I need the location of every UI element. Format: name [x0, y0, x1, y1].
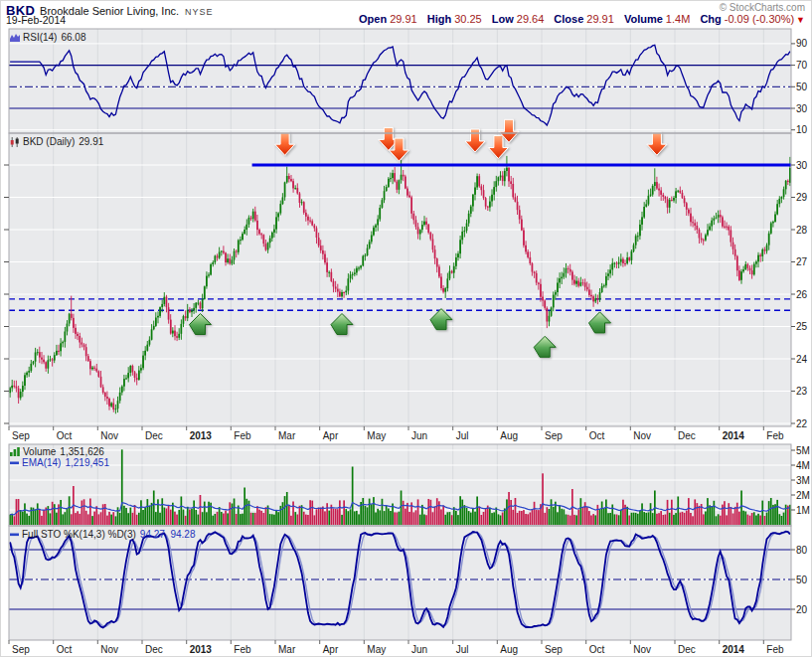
low-value: 29.64	[517, 13, 545, 25]
svg-text:23: 23	[796, 386, 808, 397]
svg-text:May: May	[367, 644, 386, 655]
ema-value: 1,219,451	[65, 457, 109, 468]
volume-label: Volume	[624, 13, 663, 25]
svg-text:30: 30	[796, 160, 808, 171]
svg-text:Sep: Sep	[12, 644, 30, 655]
svg-text:2013: 2013	[190, 644, 213, 655]
svg-text:22: 22	[796, 418, 808, 429]
svg-text:May: May	[367, 430, 386, 441]
svg-text:Jul: Jul	[456, 644, 469, 655]
volume-value: 1.4M	[666, 13, 690, 25]
svg-text:Nov: Nov	[100, 430, 118, 441]
svg-text:28: 28	[796, 225, 808, 236]
svg-text:50: 50	[796, 82, 808, 92]
svg-text:Jun: Jun	[411, 430, 427, 441]
svg-text:27: 27	[796, 256, 808, 267]
svg-text:Nov: Nov	[100, 644, 118, 655]
chart-canvas: 30292827262524232290705030105M4M3M2M1M80…	[1, 1, 812, 657]
chg-down-triangle-icon: ▼	[796, 15, 805, 25]
copyright-notice: © StockCharts.com	[720, 2, 805, 13]
sto-label: Full STO %K(14,3) %D(3)	[22, 529, 136, 540]
svg-text:2014: 2014	[723, 430, 745, 441]
svg-text:5M: 5M	[796, 445, 810, 456]
svg-text:Aug: Aug	[500, 644, 518, 655]
volume-pane-value: 1,351,626	[60, 446, 104, 457]
svg-text:26: 26	[796, 289, 808, 300]
svg-text:Sep: Sep	[545, 644, 563, 655]
svg-text:Mar: Mar	[278, 644, 296, 655]
svg-text:25: 25	[796, 321, 808, 332]
price-pane-title: BKD (Daily)	[23, 136, 75, 147]
svg-text:1M: 1M	[796, 505, 810, 516]
svg-text:24: 24	[796, 354, 808, 365]
rsi-label: RSI(14)	[23, 32, 57, 43]
quote-summary: Open29.91 High30.25 Low29.64 Close29.91 …	[352, 13, 805, 25]
svg-text:Sep: Sep	[12, 430, 30, 441]
svg-text:Jul: Jul	[456, 430, 469, 441]
chg-value: -0.09 (-0.30%)	[725, 13, 794, 25]
svg-text:4M: 4M	[796, 460, 810, 471]
svg-text:Oct: Oct	[589, 430, 605, 441]
svg-text:Feb: Feb	[234, 644, 251, 655]
svg-text:30: 30	[796, 103, 808, 114]
svg-text:10: 10	[796, 124, 808, 135]
ema-pane-label: EMA(14) 1,219,451	[10, 457, 109, 468]
close-value: 29.91	[586, 13, 614, 25]
svg-text:Apr: Apr	[323, 430, 339, 441]
open-value: 29.91	[390, 13, 417, 25]
volume-pane-title: Volume	[23, 446, 56, 457]
ema-line-icon	[10, 461, 19, 465]
stockcharts-chart: 30292827262524232290705030105M4M3M2M1M80…	[0, 0, 812, 657]
high-label: High	[427, 13, 451, 25]
svg-text:Oct: Oct	[57, 644, 73, 655]
volume-bars-icon	[10, 447, 20, 456]
svg-text:50: 50	[796, 575, 808, 585]
svg-text:Feb: Feb	[766, 644, 784, 655]
svg-text:2013: 2013	[190, 430, 213, 441]
chart-date: 19-Feb-2014	[6, 14, 66, 26]
svg-text:Apr: Apr	[323, 644, 339, 655]
low-label: Low	[492, 13, 514, 25]
price-pane-value: 29.91	[79, 136, 103, 147]
ema-label: EMA(14)	[22, 457, 61, 468]
candlestick-icon	[10, 137, 20, 147]
price-pane-label: BKD (Daily) 29.91	[10, 136, 103, 147]
svg-text:Mar: Mar	[278, 430, 296, 441]
sto-value: 94.27, 94.28	[140, 529, 196, 540]
close-label: Close	[554, 13, 583, 25]
svg-text:3M: 3M	[796, 475, 810, 486]
chg-label: Chg	[700, 13, 721, 25]
svg-text:20: 20	[796, 604, 808, 615]
chart-header: BKDBrookdale Senior Living, Inc.NYSE	[6, 1, 214, 15]
svg-text:Aug: Aug	[500, 430, 518, 441]
svg-text:Dec: Dec	[145, 644, 163, 655]
high-value: 30.25	[454, 13, 482, 25]
svg-text:80: 80	[796, 545, 808, 556]
sto-line-icon	[10, 533, 19, 537]
volume-pane-label: Volume 1,351,626	[10, 446, 104, 457]
svg-text:Dec: Dec	[678, 644, 696, 655]
svg-text:29: 29	[796, 192, 808, 203]
svg-text:Sep: Sep	[545, 430, 563, 441]
rsi-value: 66.08	[61, 32, 85, 43]
open-label: Open	[359, 13, 387, 25]
svg-text:Dec: Dec	[678, 430, 696, 441]
sto-pane-label: Full STO %K(14,3) %D(3) 94.27, 94.28	[10, 529, 195, 540]
svg-text:Jun: Jun	[411, 644, 427, 655]
svg-text:90: 90	[796, 38, 808, 49]
svg-text:2M: 2M	[796, 490, 810, 501]
svg-text:Nov: Nov	[633, 644, 651, 655]
svg-text:Oct: Oct	[57, 430, 73, 441]
svg-text:2014: 2014	[723, 644, 745, 655]
svg-text:Oct: Oct	[589, 644, 605, 655]
rsi-indicator-icon	[10, 33, 20, 42]
svg-text:Feb: Feb	[234, 430, 251, 441]
svg-text:Dec: Dec	[145, 430, 163, 441]
rsi-pane-label: RSI(14) 66.08	[10, 32, 85, 43]
svg-text:Feb: Feb	[766, 430, 784, 441]
svg-text:Nov: Nov	[633, 430, 651, 441]
exchange-name: NYSE	[185, 7, 214, 17]
svg-text:70: 70	[796, 60, 808, 71]
